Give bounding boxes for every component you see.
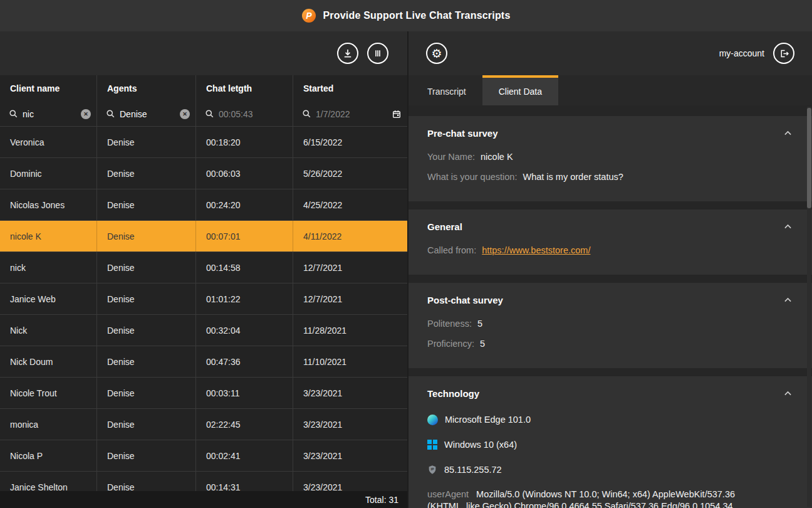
section-title: General <box>427 221 462 232</box>
tab-transcript[interactable]: Transcript <box>411 75 482 105</box>
right-toolbar: ⚙ my-account <box>409 31 812 75</box>
svg-text:IP: IP <box>430 467 434 471</box>
field-called-from: Called from:https://www.beststore.com/ <box>427 240 793 260</box>
table-row[interactable]: Nicola P Denise 00:02:41 3/23/2021 <box>0 440 407 472</box>
cell-length: 00:18:20 <box>196 127 293 157</box>
table-row-selected[interactable]: nicole K Denise 00:07:01 4/11/2022 <box>0 221 407 252</box>
table-row[interactable]: Nick Doum Denise 00:47:36 11/10/2021 <box>0 346 407 378</box>
table-filter-row: ✕ ✕ <box>0 102 407 127</box>
agent-filter-input[interactable] <box>120 109 175 119</box>
collapse-section-button[interactable] <box>783 221 793 232</box>
field-label: Proficiency: <box>427 339 474 349</box>
browser-value: Microsoft Edge 101.0 <box>445 415 531 425</box>
cell-started: 3/23/2021 <box>293 378 407 408</box>
cell-started: 11/28/2021 <box>293 315 407 346</box>
download-transcripts-button[interactable] <box>337 43 358 64</box>
field-label: Called from: <box>427 245 476 255</box>
table-row[interactable]: Dominic Denise 00:06:03 5/26/2022 <box>0 158 407 189</box>
detail-tabs: Transcript Client Data <box>409 75 812 105</box>
details-panel: ⚙ my-account Transcript Client Data <box>407 31 812 508</box>
app-window: P Provide Support Live Chat Transcripts <box>0 0 812 508</box>
field-label: Politeness: <box>427 319 472 329</box>
table-row[interactable]: nick Denise 00:14:58 12/7/2021 <box>0 252 407 283</box>
table-row[interactable]: Nick Denise 00:32:04 11/28/2021 <box>0 315 407 346</box>
transcripts-panel: Client name Agents Chat letgth Started ✕ <box>0 31 407 508</box>
cell-agent: Denise <box>97 283 196 314</box>
svg-text:P: P <box>306 11 313 21</box>
started-date-filter-input[interactable] <box>316 109 387 119</box>
cell-started: 12/7/2021 <box>293 252 407 283</box>
field-your-name: Your Name:nicole K <box>427 147 793 167</box>
column-header-client-name[interactable]: Client name <box>0 75 97 102</box>
user-agent-value: Mozilla/5.0 (Windows NT 10.0; Win64; x64… <box>427 489 735 508</box>
left-toolbar <box>0 31 407 75</box>
agent-filter: ✕ <box>97 102 196 126</box>
cell-agent: Denise <box>97 440 196 471</box>
scrollbar[interactable] <box>807 107 811 507</box>
browser-info: Microsoft Edge 101.0 <box>427 407 793 432</box>
table-row[interactable]: Veronica Denise 00:18:20 6/15/2022 <box>0 127 407 158</box>
cell-client: Janice Shelton <box>0 472 97 491</box>
cell-agent: Denise <box>97 127 196 157</box>
cell-agent: Denise <box>97 189 196 220</box>
table-row[interactable]: Janice Web Denise 01:01:22 12/7/2021 <box>0 283 407 315</box>
collapse-section-button[interactable] <box>783 388 793 399</box>
cell-client: Nicolas Jones <box>0 189 97 220</box>
table-row[interactable]: monica Denise 02:22:45 3/23/2021 <box>0 409 407 440</box>
clear-agent-filter-button[interactable]: ✕ <box>180 109 190 119</box>
section-general: General Called from:https://www.beststor… <box>409 209 812 275</box>
collapse-section-button[interactable] <box>783 128 793 139</box>
scrollbar-thumb[interactable] <box>807 108 811 208</box>
date-picker-button[interactable] <box>392 109 402 119</box>
os-info: Windows 10 (x64) <box>427 432 793 457</box>
cell-client: Nick Doum <box>0 346 97 377</box>
cell-started: 3/23/2021 <box>293 440 407 471</box>
cell-started: 6/15/2022 <box>293 127 407 157</box>
table-header-row: Client name Agents Chat letgth Started <box>0 75 407 102</box>
settings-button[interactable]: ⚙ <box>426 43 447 64</box>
cell-length: 00:32:04 <box>196 315 293 346</box>
chat-length-filter <box>196 102 293 126</box>
chevron-up-icon <box>783 295 793 305</box>
clear-client-filter-button[interactable]: ✕ <box>81 109 91 119</box>
chat-length-filter-input[interactable] <box>219 109 287 119</box>
table-row[interactable]: Janice Shelton Denise 00:14:31 3/23/2021 <box>0 472 407 491</box>
section-technology: Technology Microsoft Edge 101.0 Windows … <box>409 376 812 508</box>
column-header-started[interactable]: Started <box>293 75 407 102</box>
table-row[interactable]: Nicole Trout Denise 00:03:11 3/23/2021 <box>0 378 407 409</box>
cell-length: 00:14:31 <box>196 472 293 491</box>
cell-agent: Denise <box>97 315 196 346</box>
toggle-columns-button[interactable] <box>367 43 388 64</box>
called-from-link[interactable]: https://www.beststore.com/ <box>482 245 590 255</box>
tab-client-data[interactable]: Client Data <box>482 75 558 105</box>
chevron-up-icon <box>783 128 793 139</box>
table-body: Veronica Denise 00:18:20 6/15/2022 Domin… <box>0 127 407 491</box>
cell-agent: Denise <box>97 158 196 189</box>
client-name-filter: ✕ <box>0 102 97 126</box>
cell-started: 11/10/2021 <box>293 346 407 377</box>
main-area: Client name Agents Chat letgth Started ✕ <box>0 31 812 508</box>
cell-client: Janice Web <box>0 283 97 314</box>
user-agent-info: userAgentMozilla/5.0 (Windows NT 10.0; W… <box>427 489 793 508</box>
collapse-section-button[interactable] <box>783 295 793 305</box>
cell-agent: Denise <box>97 378 196 408</box>
client-name-filter-input[interactable] <box>23 109 76 119</box>
field-question: What is your question:What is my order s… <box>427 167 793 187</box>
account-area: my-account <box>719 43 794 64</box>
cell-client: monica <box>0 409 97 440</box>
cell-client: Dominic <box>0 158 97 189</box>
table-row[interactable]: Nicolas Jones Denise 00:24:20 4/25/2022 <box>0 189 407 221</box>
client-data-content: Pre-chat survey Your Name:nicole K What … <box>409 105 812 508</box>
column-header-agents[interactable]: Agents <box>97 75 196 102</box>
search-icon <box>302 109 311 119</box>
cell-client: Nick <box>0 315 97 346</box>
column-header-chat-length[interactable]: Chat letgth <box>196 75 293 102</box>
logout-button[interactable] <box>773 43 794 64</box>
section-pre-chat-survey: Pre-chat survey Your Name:nicole K What … <box>409 116 812 201</box>
cell-client: nick <box>0 252 97 283</box>
chevron-up-icon <box>783 388 793 399</box>
field-label: Your Name: <box>427 152 475 162</box>
started-date-filter <box>293 102 407 126</box>
field-politeness: Politeness:5 <box>427 314 793 334</box>
cell-client: Nicola P <box>0 440 97 471</box>
